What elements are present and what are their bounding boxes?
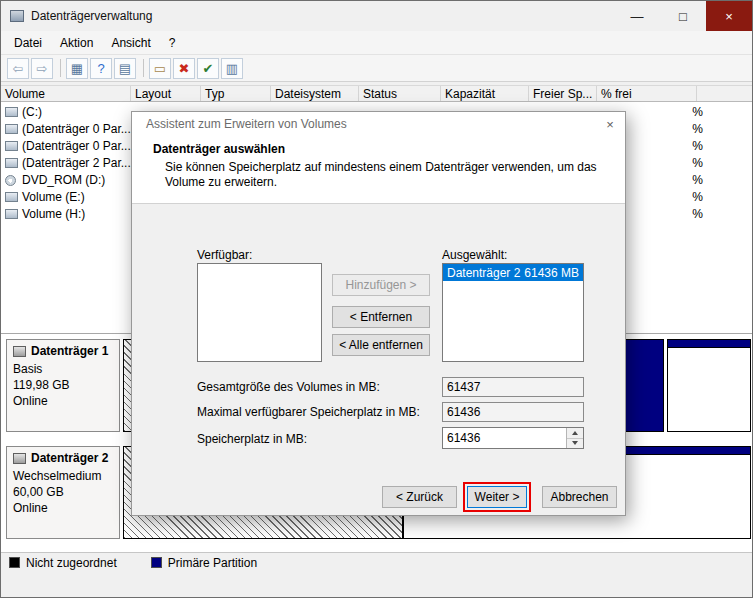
maximize-button[interactable]: □ bbox=[660, 1, 706, 31]
dialog-description: Sie können Speicherplatz auf mindestens … bbox=[165, 160, 609, 190]
toolbar-separator bbox=[60, 59, 61, 77]
volume-label: (Datenträger 2 Par... bbox=[22, 156, 131, 170]
menu-ansicht[interactable]: Ansicht bbox=[102, 33, 159, 53]
console-tree-icon[interactable]: ▦ bbox=[66, 58, 88, 79]
disk-name: Datenträger 2 bbox=[31, 451, 108, 465]
column-layout[interactable]: Layout bbox=[131, 86, 201, 101]
menu-bar: Datei Aktion Ansicht ? bbox=[1, 31, 752, 55]
available-listbox[interactable] bbox=[197, 263, 322, 362]
minimize-button[interactable]: — bbox=[614, 1, 660, 31]
legend-label: Primäre Partition bbox=[168, 556, 257, 570]
close-button[interactable]: × bbox=[706, 1, 752, 31]
disk-info-box[interactable]: Datenträger 1 Basis 119,98 GB Online bbox=[6, 339, 120, 432]
selected-disk-size: 61436 MB bbox=[524, 266, 579, 280]
extend-volume-wizard: Assistent zum Erweitern von Volumes × Da… bbox=[131, 111, 626, 516]
titlebar: Datenträgerverwaltung — □ × bbox=[1, 1, 752, 31]
remove-all-button[interactable]: < Alle entfernen bbox=[332, 334, 430, 356]
menu-aktion[interactable]: Aktion bbox=[51, 33, 102, 53]
spinner-buttons bbox=[566, 428, 583, 448]
column-volume[interactable]: Volume bbox=[1, 86, 131, 101]
table-header: Volume Layout Typ Dateisystem Status Kap… bbox=[1, 85, 753, 102]
volume-label: Volume (H:) bbox=[22, 207, 85, 221]
dialog-header: Datenträger auswählen Sie können Speiche… bbox=[132, 136, 625, 204]
delete-icon[interactable]: ✖ bbox=[173, 58, 195, 79]
dialog-close-icon[interactable]: × bbox=[595, 117, 625, 132]
disk-type: Wechselmedium bbox=[13, 468, 113, 484]
column-kapazitaet[interactable]: Kapazität bbox=[441, 86, 529, 101]
volume-icon bbox=[5, 192, 18, 202]
volume-icon bbox=[5, 141, 18, 151]
column-dateisystem[interactable]: Dateisystem bbox=[271, 86, 359, 101]
disk-info-box[interactable]: Datenträger 2 Wechselmedium 60,00 GB Onl… bbox=[6, 446, 120, 539]
toolbar-separator bbox=[143, 59, 144, 77]
disk-management-window: Datenträgerverwaltung — □ × Datei Aktion… bbox=[0, 0, 753, 598]
space-amount-label: Speicherplatz in MB: bbox=[197, 432, 307, 446]
volume-label: Volume (E:) bbox=[22, 190, 85, 204]
dialog-title: Assistent zum Erweitern von Volumes bbox=[146, 117, 347, 131]
action-icon[interactable]: ▭ bbox=[149, 58, 171, 79]
disk-size: 119,98 GB bbox=[13, 377, 113, 393]
add-button[interactable]: Hinzufügen > bbox=[332, 274, 430, 296]
max-space-label: Maximal verfügbarer Speicherplatz in MB: bbox=[197, 405, 420, 419]
forward-icon[interactable]: ⇨ bbox=[31, 58, 53, 79]
volume-icon bbox=[5, 158, 18, 168]
disk-size: 60,00 GB bbox=[13, 484, 113, 500]
window-title: Datenträgerverwaltung bbox=[31, 9, 152, 23]
properties-icon[interactable]: ▤ bbox=[114, 58, 136, 79]
volume-label: (Datenträger 0 Par... bbox=[22, 122, 131, 136]
selected-label: Ausgewählt: bbox=[442, 248, 507, 262]
selected-listbox[interactable]: Datenträger 2 61436 MB bbox=[442, 263, 584, 362]
back-icon[interactable]: ⇦ bbox=[7, 58, 29, 79]
legend-item: Primäre Partition bbox=[151, 556, 257, 570]
volume-label: DVD_ROM (D:) bbox=[22, 173, 105, 187]
disk-icon bbox=[13, 346, 26, 357]
disk-status: Online bbox=[13, 393, 113, 409]
dialog-heading: Datenträger auswählen bbox=[153, 142, 285, 156]
spinner-down-icon[interactable] bbox=[567, 439, 583, 449]
disk-icon bbox=[13, 453, 26, 464]
volume-label: (Datenträger 0 Par... bbox=[22, 139, 131, 153]
dvd-icon bbox=[5, 175, 16, 186]
back-button[interactable]: < Zurück bbox=[382, 486, 457, 508]
help-icon[interactable]: ? bbox=[90, 58, 112, 79]
annotation-highlight: Weiter > bbox=[463, 482, 531, 512]
primary-partition-swatch bbox=[151, 557, 162, 568]
total-size-label: Gesamtgröße des Volumes in MB: bbox=[197, 380, 380, 394]
legend-item: Nicht zugeordnet bbox=[9, 556, 117, 570]
window-controls: — □ × bbox=[614, 1, 752, 31]
unallocated-swatch bbox=[9, 557, 20, 568]
volume-icon bbox=[5, 107, 18, 117]
remove-button[interactable]: < Entfernen bbox=[332, 306, 430, 328]
space-amount-value[interactable]: 61436 bbox=[443, 428, 566, 448]
selected-list-item[interactable]: Datenträger 2 61436 MB bbox=[443, 264, 583, 281]
menu-hilfe[interactable]: ? bbox=[160, 33, 185, 53]
column-typ[interactable]: Typ bbox=[201, 86, 271, 101]
next-button[interactable]: Weiter > bbox=[467, 486, 527, 508]
column-freier-sp[interactable]: Freier Sp... bbox=[529, 86, 597, 101]
dialog-titlebar: Assistent zum Erweitern von Volumes × bbox=[132, 112, 625, 136]
disk-type: Basis bbox=[13, 361, 113, 377]
space-amount-spinner[interactable]: 61436 bbox=[442, 427, 584, 449]
menu-datei[interactable]: Datei bbox=[5, 33, 51, 53]
panel-icon[interactable]: ▥ bbox=[221, 58, 243, 79]
check-icon[interactable]: ✔ bbox=[197, 58, 219, 79]
max-space-field: 61436 bbox=[442, 402, 584, 422]
partition-box[interactable] bbox=[667, 339, 751, 432]
column-status[interactable]: Status bbox=[359, 86, 441, 101]
volume-label: (C:) bbox=[22, 105, 42, 119]
cancel-button[interactable]: Abbrechen bbox=[542, 486, 617, 508]
partition-color-strip bbox=[668, 340, 750, 348]
available-label: Verfügbar: bbox=[197, 248, 252, 262]
disk-status: Online bbox=[13, 500, 113, 516]
total-size-field: 61437 bbox=[442, 377, 584, 397]
volume-icon bbox=[5, 209, 18, 219]
status-bar: Nicht zugeordnet Primäre Partition bbox=[1, 552, 753, 572]
spinner-up-icon[interactable] bbox=[567, 428, 583, 439]
legend-label: Nicht zugeordnet bbox=[26, 556, 117, 570]
volume-icon bbox=[5, 124, 18, 134]
app-icon bbox=[10, 10, 24, 22]
disk-name: Datenträger 1 bbox=[31, 344, 108, 358]
column-filler bbox=[697, 86, 753, 101]
selected-disk-name: Datenträger 2 bbox=[447, 266, 520, 280]
column-prozent-frei[interactable]: % frei bbox=[597, 86, 697, 101]
